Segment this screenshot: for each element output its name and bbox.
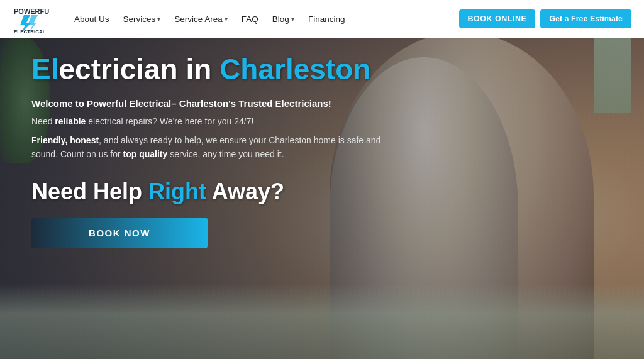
hero-cta-heading: Need Help Right Away?	[31, 179, 384, 205]
nav-about-us[interactable]: About Us	[69, 11, 114, 28]
nav-actions: BOOK ONLINE Get a Free Estimate	[459, 9, 631, 28]
logo-svg: POWERFUL ELECTRICAL	[13, 4, 50, 34]
hero-topquality-bold: top quality	[123, 149, 168, 159]
hero-title: Electrician in Charleston	[31, 53, 384, 86]
hero-sub2-text: Friendly, honest, and always ready to he…	[31, 133, 384, 162]
hero-content: Electrician in Charleston Welcome to Pow…	[31, 53, 384, 248]
book-now-button[interactable]: BOOK NOW	[31, 218, 208, 248]
hero-sub2-end: service, any time you need it.	[167, 149, 284, 159]
hero-title-e: El	[31, 53, 58, 86]
nav-financing-label: Financing	[308, 14, 345, 24]
nav-faq-label: FAQ	[242, 14, 258, 24]
nav-service-area[interactable]: Service Area ▾	[169, 11, 233, 28]
hero-section: Electrician in Charleston Welcome to Pow…	[0, 0, 644, 359]
navbar: POWERFUL ELECTRICAL About Us Services ▾ …	[0, 0, 644, 38]
nav-links: About Us Services ▾ Service Area ▾ FAQ B…	[69, 11, 459, 28]
hero-title-charleston: Charleston	[219, 53, 370, 86]
nav-about-us-label: About Us	[74, 14, 109, 24]
nav-service-area-chevron-icon: ▾	[225, 16, 228, 23]
hero-shelf-detail	[594, 38, 631, 113]
hero-sub1-text: Need reliable electrical repairs? We're …	[31, 115, 384, 128]
hero-title-lectrician: ectrician in	[58, 53, 219, 86]
nav-service-area-label: Service Area	[174, 14, 223, 24]
hero-cta-away: Away?	[206, 179, 284, 204]
nav-services-label: Services	[123, 14, 156, 24]
hero-cta-need-help: Need Help	[31, 179, 148, 204]
nav-blog[interactable]: Blog ▾	[267, 11, 299, 28]
hero-welcome-text: Welcome to Powerful Electrical– Charlest…	[31, 97, 384, 110]
svg-text:POWERFUL: POWERFUL	[14, 8, 50, 15]
nav-blog-label: Blog	[272, 14, 289, 24]
hero-friendly-bold: Friendly, honest	[31, 135, 99, 145]
hero-couch-detail	[0, 284, 644, 359]
nav-services[interactable]: Services ▾	[118, 11, 166, 28]
svg-text:ELECTRICAL: ELECTRICAL	[14, 29, 46, 34]
nav-faq[interactable]: FAQ	[236, 11, 264, 28]
hero-reliable-bold: reliable	[55, 116, 86, 126]
hero-cta-right: Right	[148, 179, 206, 204]
nav-financing[interactable]: Financing	[303, 11, 350, 28]
free-estimate-button[interactable]: Get a Free Estimate	[540, 9, 631, 28]
logo-area[interactable]: POWERFUL ELECTRICAL	[13, 4, 50, 34]
nav-services-chevron-icon: ▾	[157, 16, 160, 23]
book-online-button[interactable]: BOOK ONLINE	[459, 9, 536, 28]
nav-blog-chevron-icon: ▾	[291, 16, 294, 23]
